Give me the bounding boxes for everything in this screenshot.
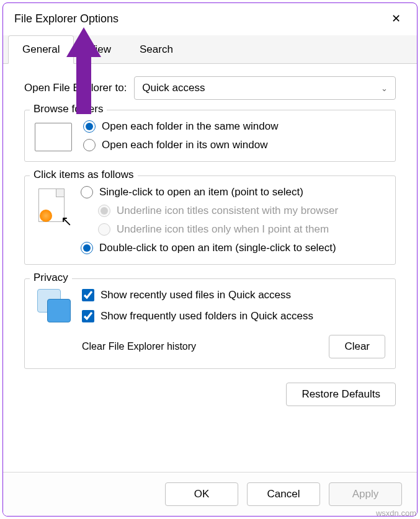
radio-same-window[interactable] <box>83 120 96 133</box>
group-click-legend: Click items as follows <box>30 169 138 181</box>
radio-underline-point-label: Underline icon titles only when I point … <box>117 223 329 236</box>
radio-underline-consistent-row: Underline icon titles consistent with my… <box>98 205 338 217</box>
open-to-row: Open File Explorer to: Quick access ⌄ <box>24 76 396 100</box>
open-to-dropdown[interactable]: Quick access ⌄ <box>134 76 396 100</box>
open-to-value: Quick access <box>142 82 205 94</box>
tab-panel-general: Open File Explorer to: Quick access ⌄ Br… <box>3 64 417 472</box>
window-icon <box>35 123 72 151</box>
tab-view[interactable]: View <box>74 35 125 63</box>
radio-single-click[interactable] <box>81 186 93 198</box>
watermark: wsxdn.com <box>376 508 416 518</box>
check-freq-folders-label: Show frequently used folders in Quick ac… <box>101 310 313 322</box>
radio-double-click-row[interactable]: Double-click to open an item (single-cli… <box>81 242 338 254</box>
dialog-footer: OK Cancel Apply <box>3 472 417 516</box>
clear-history-label: Clear File Explorer history <box>82 341 196 352</box>
radio-underline-point <box>98 223 110 236</box>
apply-button[interactable]: Apply <box>329 482 402 506</box>
cancel-button[interactable]: Cancel <box>247 482 320 506</box>
tab-search[interactable]: Search <box>125 35 187 63</box>
radio-double-click[interactable] <box>81 242 93 254</box>
radio-own-window-label: Open each folder in its own window <box>102 139 267 151</box>
radio-underline-consistent <box>98 205 110 217</box>
radio-same-window-row[interactable]: Open each folder in the same window <box>83 120 278 133</box>
check-recent-files-row[interactable]: Show recently used files in Quick access <box>82 289 385 301</box>
radio-own-window-row[interactable]: Open each folder in its own window <box>83 139 278 151</box>
privacy-icon <box>37 289 71 322</box>
group-privacy-legend: Privacy <box>30 272 72 284</box>
check-recent-files-label: Show recently used files in Quick access <box>101 289 291 301</box>
radio-single-click-row[interactable]: Single-click to open an item (point to s… <box>81 186 338 198</box>
clear-history-row: Clear File Explorer history Clear <box>82 335 385 358</box>
radio-underline-point-row: Underline icon titles only when I point … <box>98 223 338 236</box>
file-cursor-icon: ↖ <box>38 189 69 226</box>
restore-defaults-button[interactable]: Restore Defaults <box>286 383 396 406</box>
radio-single-click-label: Single-click to open an item (point to s… <box>99 186 303 198</box>
titlebar: File Explorer Options ✕ <box>3 3 417 32</box>
group-click-items: Click items as follows ↖ Single-click to… <box>24 175 396 265</box>
radio-underline-consistent-label: Underline icon titles consistent with my… <box>117 205 338 217</box>
chevron-down-icon: ⌄ <box>381 84 388 93</box>
group-browse-folders: Browse folders Open each folder in the s… <box>24 110 396 162</box>
restore-row: Restore Defaults <box>24 383 396 406</box>
radio-double-click-label: Double-click to open an item (single-cli… <box>99 242 336 254</box>
clear-button[interactable]: Clear <box>329 335 385 358</box>
check-freq-folders[interactable] <box>82 310 94 322</box>
tab-strip: General View Search <box>3 35 417 64</box>
tab-general[interactable]: General <box>8 35 74 64</box>
radio-own-window[interactable] <box>83 139 96 151</box>
radio-same-window-label: Open each folder in the same window <box>102 120 278 133</box>
dialog-window: File Explorer Options ✕ General View Sea… <box>2 2 418 517</box>
group-browse-legend: Browse folders <box>30 103 107 115</box>
check-freq-folders-row[interactable]: Show frequently used folders in Quick ac… <box>82 310 385 322</box>
close-icon[interactable]: ✕ <box>386 9 406 28</box>
group-privacy: Privacy Show recently used files in Quic… <box>24 278 396 369</box>
window-title: File Explorer Options <box>14 12 118 25</box>
check-recent-files[interactable] <box>82 289 94 301</box>
ok-button[interactable]: OK <box>165 482 238 506</box>
open-to-label: Open File Explorer to: <box>24 82 127 94</box>
